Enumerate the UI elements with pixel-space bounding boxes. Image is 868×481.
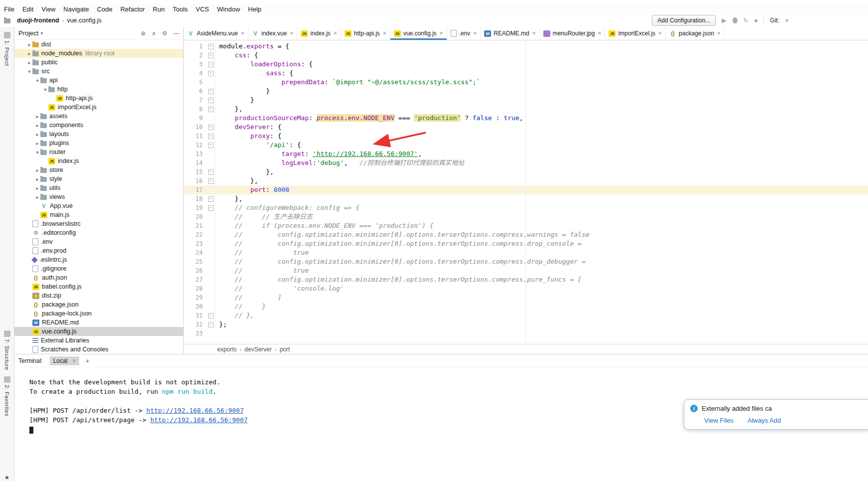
line-number[interactable]: 8 bbox=[184, 105, 207, 114]
menu-run[interactable]: Run bbox=[149, 5, 169, 13]
tree-item-components[interactable]: ▸components bbox=[14, 121, 183, 130]
editor-tab-importexcel-js[interactable]: JSimportExcel.js× bbox=[605, 27, 666, 40]
line-number[interactable]: 15 bbox=[184, 167, 207, 176]
tree-item-app-vue[interactable]: VApp.vue bbox=[14, 201, 183, 210]
chevron-right-icon[interactable]: ▸ bbox=[26, 51, 32, 56]
code-line-1[interactable]: 1−module.exports = { bbox=[184, 42, 868, 51]
tree-item-importexcel-js[interactable]: JSimportExcel.js bbox=[14, 103, 183, 112]
code-line-3[interactable]: 3− loaderOptions: { bbox=[184, 60, 868, 69]
debug-icon[interactable] bbox=[733, 17, 738, 23]
tree-item-router[interactable]: ▾router bbox=[14, 148, 183, 157]
tree-item-main-js[interactable]: JSmain.js bbox=[14, 210, 183, 219]
fold-open-icon[interactable]: − bbox=[208, 134, 214, 139]
menu-edit[interactable]: Edit bbox=[18, 5, 37, 13]
code-line-22[interactable]: 22 // config.optimization.minimizer[0].o… bbox=[184, 230, 868, 239]
favorites-star-icon[interactable]: ★ bbox=[4, 474, 10, 481]
fold-close-icon[interactable]: − bbox=[208, 98, 214, 103]
line-number[interactable]: 12 bbox=[184, 141, 207, 150]
tree-item-package-lock-json[interactable]: {}package-lock.json bbox=[14, 309, 183, 318]
fold-open-icon[interactable]: − bbox=[208, 143, 214, 148]
menu-refactor[interactable]: Refactor bbox=[117, 5, 149, 13]
tree-item-package-json[interactable]: {}package.json bbox=[14, 300, 183, 309]
terminal-link[interactable]: http://192.168.66.56:9007 bbox=[146, 407, 244, 414]
fold-open-icon[interactable]: − bbox=[208, 44, 214, 49]
fold-open-icon[interactable]: − bbox=[208, 62, 214, 67]
editor-tab-vue-config-js[interactable]: JSvue.config.js× bbox=[390, 27, 447, 40]
tree-item-env-prod[interactable]: .env.prod bbox=[14, 246, 183, 255]
line-number[interactable]: 29 bbox=[184, 293, 207, 302]
git-label[interactable]: Git: bbox=[770, 17, 779, 24]
chevron-right-icon[interactable]: ▸ bbox=[26, 60, 32, 65]
git-dropdown-icon[interactable]: ▾ bbox=[785, 17, 788, 23]
line-number[interactable]: 3 bbox=[184, 60, 207, 69]
editor-tab-http-api-js[interactable]: JShttp-api.js× bbox=[341, 27, 390, 40]
line-number[interactable]: 17 bbox=[184, 185, 207, 194]
fold-close-icon[interactable]: − bbox=[208, 107, 214, 112]
line-number[interactable]: 6 bbox=[184, 87, 207, 96]
line-number[interactable]: 27 bbox=[184, 275, 207, 284]
chevron-down-icon[interactable]: ▾ bbox=[42, 87, 48, 92]
menu-navigate[interactable]: Navigate bbox=[59, 5, 93, 13]
rerun-icon[interactable]: ↻ bbox=[744, 17, 748, 23]
code-line-7[interactable]: 7− } bbox=[184, 96, 868, 105]
tree-item-store[interactable]: ▸store bbox=[14, 165, 183, 174]
menu-tools[interactable]: Tools bbox=[169, 5, 192, 13]
menu-window[interactable]: Window bbox=[213, 5, 244, 13]
tree-item-gitignore[interactable]: .gitignore bbox=[14, 264, 183, 273]
chevron-down-icon[interactable]: ▾ bbox=[34, 78, 40, 83]
tree-item-babel-config-js[interactable]: JSbabel.config.js bbox=[14, 282, 183, 291]
line-number[interactable]: 21 bbox=[184, 221, 207, 230]
menu-file[interactable]: File bbox=[0, 5, 18, 13]
line-number[interactable]: 24 bbox=[184, 248, 207, 257]
tree-item-index-js[interactable]: JSindex.js bbox=[14, 157, 183, 165]
code-line-10[interactable]: 10− devServer: { bbox=[184, 123, 868, 132]
close-tab-icon[interactable]: × bbox=[658, 30, 662, 37]
tree-item-api[interactable]: ▾api bbox=[14, 76, 183, 85]
line-number[interactable]: 5 bbox=[184, 78, 207, 87]
code-line-25[interactable]: 25 // config.optimization.minimizer[0].o… bbox=[184, 257, 868, 266]
close-tab-icon[interactable]: × bbox=[72, 357, 76, 364]
code-line-18[interactable]: 18− }, bbox=[184, 194, 868, 203]
run-icon[interactable]: ▶ bbox=[722, 17, 726, 23]
menu-code[interactable]: Code bbox=[93, 5, 117, 13]
line-number[interactable]: 2 bbox=[184, 51, 207, 60]
fold-open-icon[interactable]: − bbox=[208, 71, 214, 76]
collapse-all-icon[interactable]: ∧ bbox=[151, 30, 156, 37]
chevron-right-icon[interactable]: ▸ bbox=[34, 123, 40, 128]
editor-tab-readme-md[interactable]: MREADME.md× bbox=[481, 27, 539, 40]
code-line-17[interactable]: 17 port: 8008 bbox=[184, 185, 868, 194]
tree-item-http-api-js[interactable]: JShttp-api.js bbox=[14, 94, 183, 103]
line-number[interactable]: 16 bbox=[184, 176, 207, 185]
close-tab-icon[interactable]: × bbox=[440, 30, 443, 37]
line-number[interactable]: 30 bbox=[184, 302, 207, 311]
close-tab-icon[interactable]: × bbox=[383, 30, 386, 37]
fold-close-icon[interactable]: − bbox=[208, 322, 214, 327]
line-number[interactable]: 31 bbox=[184, 311, 207, 320]
line-number[interactable]: 18 bbox=[184, 194, 207, 203]
fold-open-icon[interactable]: − bbox=[208, 53, 214, 58]
line-number[interactable]: 4 bbox=[184, 69, 207, 78]
chevron-down-icon[interactable]: ▾ bbox=[34, 150, 40, 155]
chevron-right-icon[interactable]: ▸ bbox=[34, 132, 40, 137]
code-line-26[interactable]: 26 // true bbox=[184, 266, 868, 275]
line-number[interactable]: 7 bbox=[184, 96, 207, 105]
code-line-12[interactable]: 12− '/api': { bbox=[184, 141, 868, 150]
add-configuration-button[interactable]: Add Configuration... bbox=[652, 15, 716, 26]
close-tab-icon[interactable]: × bbox=[241, 30, 245, 37]
code-breadcrumb-port[interactable]: port bbox=[278, 346, 291, 353]
tree-item-public[interactable]: ▸public bbox=[14, 58, 183, 67]
notification-action-always-add[interactable]: Always Add bbox=[747, 417, 781, 424]
code-editor[interactable]: 1−module.exports = {2− css: {3− loaderOp… bbox=[184, 40, 868, 344]
editor-tab-package-json[interactable]: {}package.json× bbox=[666, 27, 725, 40]
line-number[interactable]: 1 bbox=[184, 42, 207, 51]
line-number[interactable]: 14 bbox=[184, 159, 207, 167]
code-line-20[interactable]: 20 // // 生产去除日志 bbox=[184, 212, 868, 221]
chevron-down-icon[interactable]: ▾ bbox=[40, 30, 43, 36]
editor-tab-menurouter-jpg[interactable]: menuRouter.jpg× bbox=[540, 27, 606, 40]
code-line-19[interactable]: 19− // configureWebpack: config => { bbox=[184, 203, 868, 212]
chevron-right-icon[interactable]: ▸ bbox=[34, 176, 40, 182]
code-line-11[interactable]: 11− proxy: { bbox=[184, 132, 868, 141]
tree-item-src[interactable]: ▾src bbox=[14, 67, 183, 76]
tool-window-button-7-structure[interactable]: 7: Structure bbox=[4, 330, 10, 370]
editor-tab-env[interactable]: .env× bbox=[447, 27, 481, 40]
